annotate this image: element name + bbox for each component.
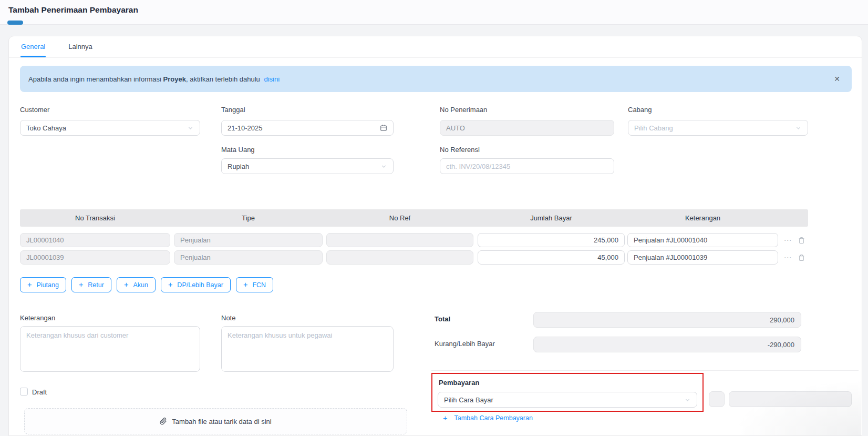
col-header-jumlah-bayar: Jumlah Bayar [478, 209, 625, 227]
chevron-down-icon [187, 125, 194, 131]
tanggal-label: Tanggal [221, 106, 245, 114]
row2-no-transaksi: JL00001039 [20, 250, 170, 265]
tab-lainnya[interactable]: Lainnya [68, 36, 93, 57]
page-title: Tambah Penerimaan Pembayaran [8, 5, 138, 15]
row1-jumlah-bayar[interactable] [478, 233, 625, 247]
no-referensi-label: No Referensi [440, 146, 480, 154]
chevron-down-icon [380, 163, 387, 170]
add-fcn-button[interactable]: +FCN [236, 277, 273, 292]
plus-icon: + [27, 281, 32, 289]
row2-trash-icon[interactable] [797, 250, 806, 265]
col-header-no-ref: No Ref [326, 209, 473, 227]
section-divider [431, 370, 859, 371]
col-header-tipe: Tipe [174, 209, 323, 227]
close-icon[interactable]: ✕ [831, 73, 843, 85]
keterangan-textarea[interactable] [20, 326, 200, 372]
plus-icon: + [243, 281, 247, 289]
kurang-lebih-bayar-value: -290,000 [533, 337, 801, 352]
row1-more-icon[interactable]: ⋯ [783, 233, 792, 247]
cabang-select[interactable]: Pilih Cabang [628, 120, 808, 136]
cabang-placeholder: Pilih Cabang [634, 124, 673, 132]
plus-icon: + [124, 281, 128, 289]
tambah-cara-pembayaran-link[interactable]: + Tambah Cara Pembayaran [443, 414, 533, 422]
customer-label: Customer [20, 106, 49, 114]
add-piutang-button[interactable]: +Piutang [20, 277, 66, 292]
add-dp-lebih-bayar-button[interactable]: +DP/Lebih Bayar [161, 277, 231, 292]
mata-uang-select[interactable]: Rupiah [221, 158, 394, 174]
no-referensi-value[interactable] [446, 163, 608, 170]
tanggal-input[interactable] [221, 120, 394, 136]
progress-pill [7, 21, 23, 25]
note-textarea[interactable] [221, 326, 394, 372]
paperclip-icon [160, 418, 167, 425]
chevron-down-icon [684, 397, 691, 403]
add-retur-button[interactable]: +Retur [71, 277, 111, 292]
pembayaran-jumlah-input [729, 391, 852, 407]
no-penerimaan-value: AUTO [446, 124, 465, 132]
tab-bar: General Lainnya [9, 36, 862, 58]
row1-no-transaksi: JL00001040 [20, 233, 170, 247]
add-akun-button[interactable]: +Akun [117, 277, 156, 292]
row1-keterangan[interactable] [627, 233, 778, 247]
draft-checkbox[interactable] [20, 388, 28, 396]
page-header: Tambah Penerimaan Pembayaran [0, 0, 868, 25]
pembayaran-label: Pembayaran [439, 379, 479, 387]
total-value: 290,000 [533, 312, 801, 328]
cara-bayar-select[interactable]: Pilih Cara Bayar [438, 392, 697, 408]
keterangan-label: Keterangan [20, 314, 55, 322]
no-penerimaan-label: No Penerimaan [440, 106, 487, 114]
file-dropzone[interactable]: Tambah file atau tarik data di sini [24, 408, 407, 434]
pembayaran-rate-input [709, 391, 725, 407]
page: Tambah Penerimaan Pembayaran General Lai… [0, 0, 868, 436]
chevron-down-icon [795, 125, 802, 131]
kurang-lebih-bayar-label: Kurang/Lebih Bayar [435, 340, 495, 348]
customer-select[interactable]: Toko Cahaya [20, 120, 200, 136]
plus-icon: + [168, 281, 172, 289]
draft-label: Draft [32, 388, 47, 396]
mata-uang-value: Rupiah [228, 163, 249, 170]
banner-link[interactable]: disini [264, 75, 280, 83]
no-referensi-input[interactable] [440, 158, 614, 174]
row2-more-icon[interactable]: ⋯ [783, 250, 792, 265]
cara-bayar-value: Pilih Cara Bayar [444, 396, 493, 404]
cabang-label: Cabang [628, 106, 652, 114]
row1-no-ref [326, 233, 473, 247]
row2-no-ref [326, 250, 473, 265]
col-header-keterangan: Keterangan [627, 209, 778, 227]
total-label: Total [435, 315, 450, 323]
pembayaran-highlight-box: Pembayaran Pilih Cara Bayar [431, 373, 704, 412]
row2-jumlah-bayar[interactable] [478, 250, 625, 265]
banner-text: Apabila anda ingin menambahkan informasi… [28, 75, 280, 83]
plus-icon: + [79, 281, 83, 289]
plus-icon: + [443, 414, 447, 422]
table-header: No Transaksi Tipe No Ref Jumlah Bayar Ke… [20, 209, 808, 227]
row1-tipe: Penjualan [174, 233, 323, 247]
customer-value: Toko Cahaya [26, 124, 66, 132]
row2-keterangan[interactable] [627, 250, 778, 265]
calendar-icon [380, 124, 387, 131]
col-header-no-transaksi: No Transaksi [20, 209, 170, 227]
dropzone-label: Tambah file atau tarik data di sini [172, 418, 271, 425]
mata-uang-label: Mata Uang [221, 146, 255, 154]
form-card: General Lainnya Apabila anda ingin menam… [8, 36, 862, 436]
row2-tipe: Penjualan [174, 250, 323, 265]
tab-general[interactable]: General [20, 36, 46, 57]
info-banner: Apabila anda ingin menambahkan informasi… [20, 66, 852, 92]
tanggal-value[interactable] [228, 124, 380, 132]
row1-trash-icon[interactable] [797, 233, 806, 247]
add-line-buttons: +Piutang +Retur +Akun +DP/Lebih Bayar +F… [20, 277, 273, 292]
no-penerimaan-input: AUTO [440, 120, 614, 136]
note-label: Note [221, 314, 235, 322]
